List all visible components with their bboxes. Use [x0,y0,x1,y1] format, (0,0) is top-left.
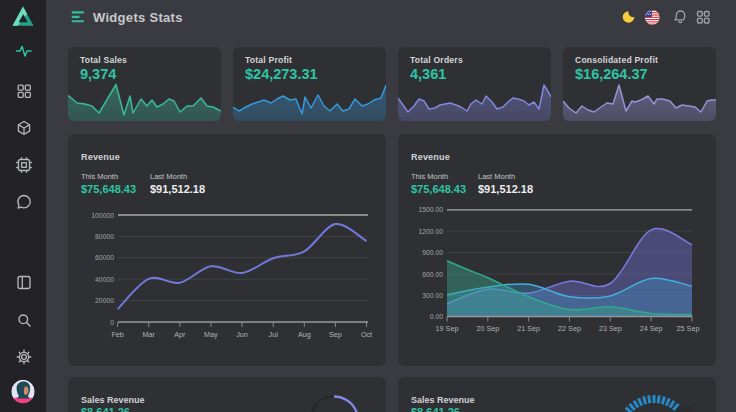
svg-text:23 Sep: 23 Sep [599,324,622,333]
svg-text:Oct: Oct [361,330,372,339]
svg-text:0.00: 0.00 [430,313,443,320]
svg-text:21 Sep: 21 Sep [517,324,540,333]
svg-text:Feb: Feb [111,330,123,339]
svg-text:20000: 20000 [95,297,114,304]
svg-text:0: 0 [110,319,114,326]
svg-text:300.00: 300.00 [422,292,443,299]
svg-text:1500.00: 1500.00 [418,206,443,213]
svg-text:Mar: Mar [143,330,156,339]
svg-text:19 Sep: 19 Sep [436,324,459,333]
svg-text:22 Sep: 22 Sep [558,324,581,333]
svg-text:40000: 40000 [95,276,114,283]
svg-text:900.00: 900.00 [422,249,443,256]
svg-text:100000: 100000 [91,212,114,219]
svg-text:Jun: Jun [236,330,248,339]
svg-text:20 Sep: 20 Sep [476,324,499,333]
svg-text:80000: 80000 [95,233,114,240]
svg-text:600.00: 600.00 [422,271,443,278]
svg-text:24 Sep: 24 Sep [640,324,663,333]
svg-text:1200.00: 1200.00 [418,228,443,235]
svg-text:60000: 60000 [95,254,114,261]
svg-text:May: May [204,330,218,339]
svg-text:Apr: Apr [174,330,186,339]
svg-text:Sep: Sep [329,330,342,339]
svg-text:Jul: Jul [269,330,279,339]
svg-text:Aug: Aug [298,330,311,339]
svg-text:25 Sep: 25 Sep [677,324,700,333]
